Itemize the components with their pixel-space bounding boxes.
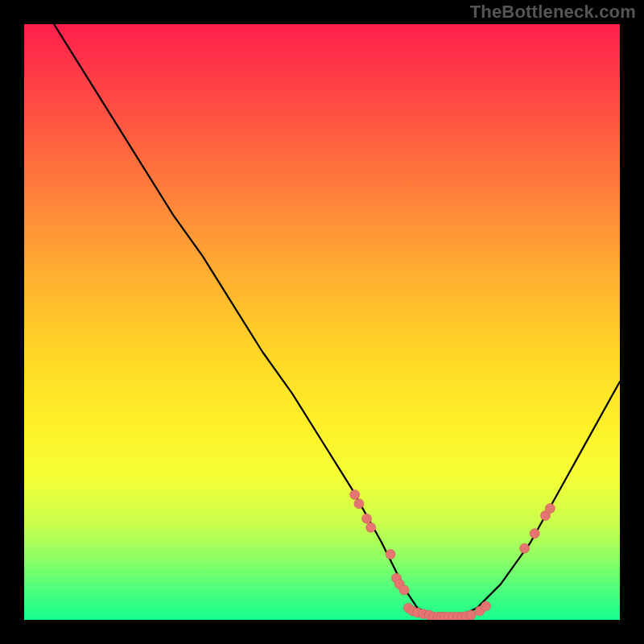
chart-plot-area [24, 24, 620, 620]
marker-group [350, 490, 555, 620]
watermark-text: TheBottleneck.com [470, 2, 636, 23]
data-marker [354, 499, 364, 509]
data-marker [366, 522, 376, 532]
data-marker [466, 610, 476, 620]
chart-overlay-svg [24, 24, 620, 620]
bottleneck-curve [54, 24, 620, 617]
chart-frame: TheBottleneck.com [0, 0, 644, 644]
data-marker [386, 550, 395, 559]
data-marker [481, 601, 491, 611]
data-marker [399, 585, 409, 595]
data-marker [520, 543, 530, 553]
data-marker [362, 514, 372, 523]
data-marker [545, 504, 555, 514]
data-marker [350, 490, 360, 500]
data-marker [530, 529, 539, 539]
